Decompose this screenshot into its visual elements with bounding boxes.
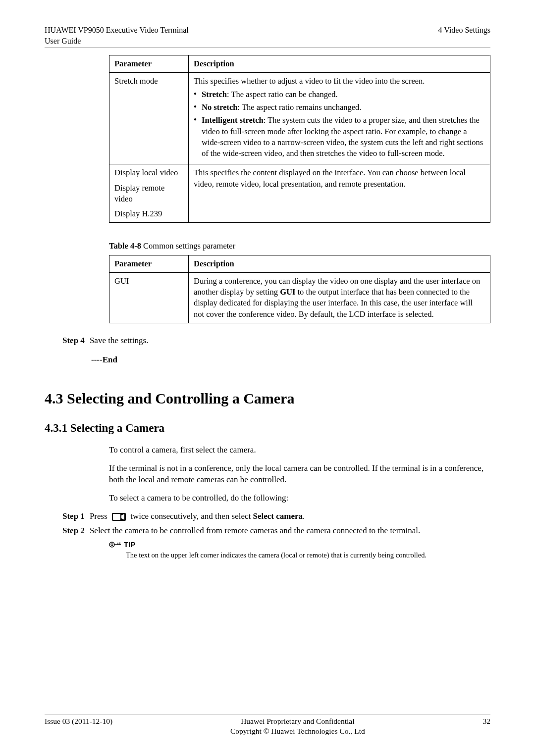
caption-rest: Common settings parameter [141,241,235,251]
tip-header: TIP [109,540,490,550]
col-description: Description [189,55,490,73]
step-content: Save the settings. [90,335,490,347]
tip-label: TIP [124,540,135,550]
definition: : The aspect ratio can be changed. [227,90,338,99]
desc-cell: This specifies whether to adjust a video… [189,73,490,164]
body-paragraph: If the terminal is not in a conference, … [109,463,490,486]
subsection-heading: 4.3.1 Selecting a Camera [45,420,490,436]
table-row: Stretch mode This specifies whether to a… [109,73,490,164]
list-item: Stretch: The aspect ratio can be changed… [194,89,485,100]
body-paragraph: To select a camera to be controlled, do … [109,493,490,504]
param-cell: Display local video Display remote video… [109,164,189,223]
param-cell: Stretch mode [109,73,189,164]
page-footer: Issue 03 (2011-12-10) Huawei Proprietary… [45,714,490,736]
doc-type: User Guide [45,36,189,47]
term: Intelligent stretch [202,115,264,125]
step-text-pre: Press [90,511,109,521]
svg-point-2 [109,542,114,547]
svg-point-3 [111,544,113,546]
list-item: Intelligent stretch: The system cuts the… [194,115,485,159]
param-line: Display local video [114,167,183,178]
svg-rect-1 [113,514,120,520]
col-parameter: Parameter [109,55,189,73]
desc-bold: GUI [280,287,295,297]
list-item: No stretch: The aspect ratio remains unc… [194,102,485,113]
param-cell: GUI [109,272,189,323]
body-paragraph: To control a camera, first select the ca… [109,445,490,456]
table-caption: Table 4-8 Common settings parameter [109,241,490,252]
definition: : The aspect ratio remains unchanged. [238,102,362,112]
bullet-list: Stretch: The aspect ratio can be changed… [194,89,485,159]
proprietary-label: Huawei Proprietary and Confidential [230,716,365,726]
section-heading: 4.3 Selecting and Controlling a Camera [45,389,490,409]
key-icon [109,541,122,548]
tip-block: TIP The text on the upper left corner in… [109,540,490,560]
caption-bold: Table 4-8 [109,241,141,251]
step-1: Step 1 Press twice consecutively, and th… [62,511,490,522]
issue-date: Issue 03 (2011-12-10) [45,716,112,736]
header-left: HUAWEI VP9050 Executive Video Terminal U… [45,25,189,46]
param-line: Display H.239 [114,208,183,219]
col-description: Description [189,255,490,272]
step-label: Step 1 [62,511,85,522]
step-content: Press twice consecutively, and then sele… [90,511,490,522]
product-name: HUAWEI VP9050 Executive Video Terminal [45,25,189,36]
param-line: Display remote video [114,183,183,205]
desc-intro: This specifies whether to adjust a video… [194,76,485,87]
term: Stretch [202,90,227,99]
table-header-row: Parameter Description [109,55,490,73]
term: No stretch [202,102,238,112]
step-2: Step 2 Select the camera to be controlle… [62,525,490,537]
parameter-table-2: Parameter Description GUI During a confe… [109,255,490,323]
copyright-label: Copyright © Huawei Technologies Co., Ltd [230,726,365,736]
table-row: Display local video Display remote video… [109,164,490,223]
footer-center: Huawei Proprietary and Confidential Copy… [230,716,365,736]
end-marker: ----End [91,354,490,366]
table-header-row: Parameter Description [109,255,490,272]
step-4: Step 4 Save the settings. [62,335,490,347]
step-content: Select the camera to be controlled from … [90,525,490,537]
desc-cell: During a conference, you can display the… [189,272,490,323]
video-icon [111,512,126,521]
desc-cell: This specifies the content displayed on … [189,164,490,223]
chapter-title: 4 Video Settings [438,25,490,46]
tip-text: The text on the upper left corner indica… [126,551,490,560]
page-header: HUAWEI VP9050 Executive Video Terminal U… [45,25,490,48]
step-label: Step 2 [62,525,85,537]
table-row: GUI During a conference, you can display… [109,272,490,323]
col-parameter: Parameter [109,255,189,272]
step-text-post: . [303,511,305,521]
step-text-mid: twice consecutively, and then select [130,511,253,521]
parameter-table-1: Parameter Description Stretch mode This … [109,55,490,223]
step-text-bold: Select camera [253,511,303,521]
step-label: Step 4 [62,335,85,347]
page-number: 32 [482,716,490,736]
